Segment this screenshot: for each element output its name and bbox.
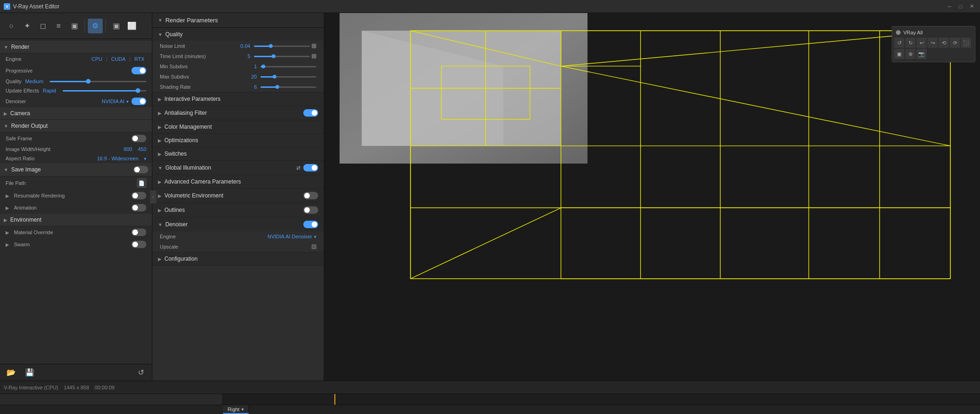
image-toolbar-icon[interactable]: ▣: [67, 19, 82, 33]
layers-toolbar-icon[interactable]: ≡: [51, 19, 66, 33]
swarm-toggle[interactable]: [131, 241, 146, 248]
noise-limit-slider-thumb[interactable]: [269, 44, 273, 48]
resumable-rendering-toggle[interactable]: [131, 192, 146, 199]
denoiser-engine-value[interactable]: NVIDIA AI Denoiser: [268, 234, 312, 239]
min-subdivs-slider[interactable]: [261, 66, 316, 67]
volumetric-header[interactable]: ▶ Volumetric Environment: [152, 189, 324, 203]
save-image-section-header[interactable]: ▼ Save Image: [0, 163, 152, 177]
update-effects-slider-track[interactable]: [63, 90, 146, 92]
antialiasing-header[interactable]: ▶ Antialiasing Filter: [152, 106, 324, 120]
vray-icon-8[interactable]: ▣: [894, 49, 904, 59]
optimizations-header[interactable]: ▶ Optimizations: [152, 134, 324, 147]
antialiasing-toggle[interactable]: [303, 109, 318, 117]
save-image-toggle[interactable]: [133, 166, 148, 173]
environment-section-header[interactable]: ▶ Environment: [0, 214, 152, 226]
interactive-params-header[interactable]: ▶ Interactive Parameters: [152, 92, 324, 105]
file-path-browse-button[interactable]: 📄: [137, 178, 146, 188]
cuda-button[interactable]: CUDA: [109, 55, 127, 63]
light-toolbar-icon[interactable]: ✦: [20, 19, 34, 33]
volumetric-toggle[interactable]: [303, 192, 318, 199]
min-subdivs-value[interactable]: 1: [243, 64, 257, 69]
aspect-ratio-arrow[interactable]: ▾: [144, 156, 146, 161]
vray-icon-7[interactable]: ⬛: [961, 38, 971, 48]
advanced-camera-header[interactable]: ▶ Advanced Camera Parameters: [152, 175, 324, 188]
vray-icon-5[interactable]: ⟲: [939, 38, 949, 48]
max-subdivs-slider[interactable]: [261, 76, 316, 78]
quality-value[interactable]: Medium: [25, 79, 43, 84]
render-chevron: ▼: [4, 45, 8, 50]
timeline-track[interactable]: [223, 394, 980, 405]
minimize-button[interactable]: ─: [945, 2, 954, 11]
denoiser-toggle[interactable]: [131, 98, 146, 105]
resolution-status: 1445 x 858: [64, 385, 89, 390]
progressive-toggle[interactable]: [131, 67, 146, 74]
quality-slider-container[interactable]: [50, 81, 146, 82]
shading-rate-slider-thumb[interactable]: [275, 85, 279, 89]
max-subdivs-value[interactable]: 20: [243, 74, 257, 79]
save-file-button[interactable]: 💾: [22, 365, 37, 380]
vray-icon-4[interactable]: ↪: [928, 38, 938, 48]
render-section-header[interactable]: ▼ Render: [0, 41, 152, 53]
vray-icon-3[interactable]: ↩: [916, 38, 927, 48]
render-toolbar-icon[interactable]: ▣: [109, 19, 124, 33]
denoiser-rp-header[interactable]: ▼ Denoiser: [152, 217, 324, 231]
max-subdivs-slider-thumb[interactable]: [273, 75, 276, 79]
material-override-toggle[interactable]: [131, 229, 146, 236]
outlines-header[interactable]: ▶ Outlines: [152, 203, 324, 217]
outlines-toggle[interactable]: [303, 206, 318, 214]
expand-panel-arrow[interactable]: ›: [150, 191, 157, 204]
render-params-header[interactable]: ▼ Render Parameters: [152, 13, 324, 28]
view-toolbar-icon[interactable]: ⬜: [124, 19, 139, 33]
update-effects-slider-thumb[interactable]: [136, 88, 140, 93]
open-file-button[interactable]: 📂: [4, 365, 19, 380]
safe-frame-toggle[interactable]: [131, 135, 146, 142]
vray-icon-6[interactable]: ⟳: [950, 38, 960, 48]
denoiser-select-arrow[interactable]: ▾: [126, 99, 129, 104]
time-limit-slider-thumb[interactable]: [272, 54, 275, 58]
gi-settings-button[interactable]: ⇄: [296, 165, 301, 171]
timeline-playhead[interactable]: [334, 394, 335, 405]
color-management-header[interactable]: ▶ Color Management: [152, 120, 324, 133]
viewport-area[interactable]: VRay All ↺ ↻ ↩ ↪ ⟲ ⟳ ⬛ ▣ ⊕ 📷: [324, 13, 980, 381]
cpu-button[interactable]: CPU: [90, 55, 104, 63]
maximize-button[interactable]: □: [956, 2, 965, 11]
denoiser-value[interactable]: NVIDIA AI: [102, 99, 124, 104]
vray-icon-10[interactable]: 📷: [916, 49, 927, 59]
noise-limit-slider[interactable]: [254, 46, 310, 47]
camera-section-header[interactable]: ▶ Camera: [0, 107, 152, 120]
time-limit-value[interactable]: 5: [236, 53, 250, 59]
quality-slider-thumb[interactable]: [86, 79, 91, 84]
vray-icon-2[interactable]: ↻: [905, 38, 915, 48]
rtx-button[interactable]: RTX: [132, 55, 146, 63]
shading-rate-value[interactable]: 6: [243, 84, 257, 90]
shading-rate-slider[interactable]: [261, 86, 316, 88]
global-illumination-header[interactable]: ▼ Global Illumination ⇄: [152, 161, 324, 175]
quality-slider-track[interactable]: [50, 81, 146, 82]
update-effects-slider-container[interactable]: [63, 90, 146, 92]
time-limit-slider[interactable]: [254, 56, 310, 57]
cube-toolbar-icon[interactable]: ◻: [35, 19, 50, 33]
switches-header[interactable]: ▶ Switches: [152, 147, 324, 160]
close-button[interactable]: ✕: [967, 2, 976, 11]
denoiser-upscale-checkbox[interactable]: [312, 244, 316, 249]
configuration-header[interactable]: ▶ Configuration: [152, 252, 324, 265]
render-output-section-header[interactable]: ▼ Render Output: [0, 120, 152, 132]
reset-button[interactable]: ↺: [133, 365, 148, 380]
image-height-value[interactable]: 450: [138, 146, 146, 152]
settings-toolbar-icon[interactable]: ⚙: [88, 19, 103, 33]
vray-icon-1[interactable]: ↺: [894, 38, 904, 48]
gi-toggle[interactable]: [303, 164, 318, 171]
quality-section: ▼ Quality Noise Limit 0.04 Time Limit (m…: [152, 28, 324, 92]
vray-icon-9[interactable]: ⊕: [905, 49, 915, 59]
denoiser-rp-toggle[interactable]: [303, 221, 318, 228]
animation-toggle[interactable]: [131, 204, 146, 211]
image-width-value[interactable]: 800: [124, 146, 132, 152]
quality-section-header[interactable]: ▼ Quality: [152, 28, 324, 41]
aspect-ratio-value[interactable]: 16:9 - Widescreen: [97, 156, 138, 161]
update-effects-value[interactable]: Rapid: [43, 88, 56, 93]
min-subdivs-slider-thumb[interactable]: [261, 65, 265, 68]
circle-toolbar-icon[interactable]: ○: [4, 19, 19, 33]
right-tab[interactable]: Right ▾: [223, 405, 249, 414]
denoiser-engine-arrow[interactable]: ▾: [314, 234, 316, 239]
noise-limit-value[interactable]: 0.04: [236, 43, 250, 49]
